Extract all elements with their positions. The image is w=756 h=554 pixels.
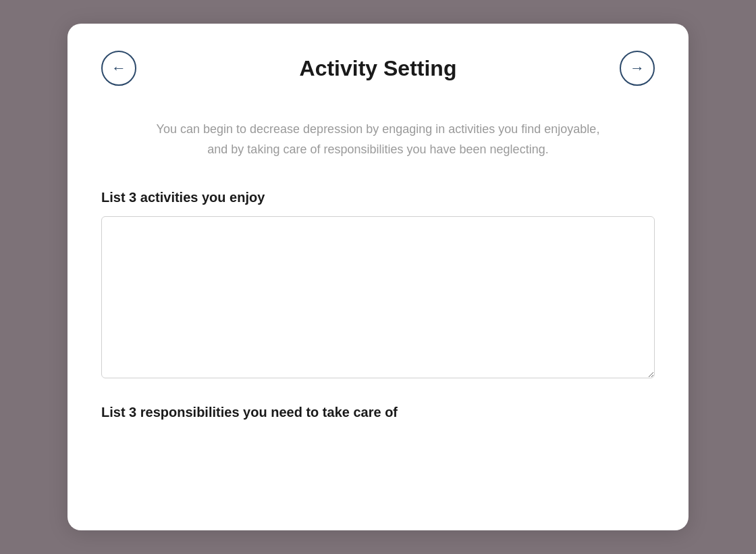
page-title: Activity Setting: [136, 56, 620, 81]
activities-section: List 3 activities you enjoy: [101, 190, 655, 381]
page-header: ← Activity Setting →: [101, 51, 655, 86]
activities-label: List 3 activities you enjoy: [101, 190, 655, 205]
activities-textarea[interactable]: [101, 216, 655, 378]
back-arrow-icon: ←: [111, 61, 126, 76]
main-card: ← Activity Setting → You can begin to de…: [68, 24, 688, 530]
forward-button[interactable]: →: [620, 51, 655, 86]
forward-arrow-icon: →: [630, 61, 645, 76]
responsibilities-label: List 3 responsibilities you need to take…: [101, 405, 655, 420]
intro-description: You can begin to decrease depression by …: [148, 120, 608, 159]
back-button[interactable]: ←: [101, 51, 136, 86]
